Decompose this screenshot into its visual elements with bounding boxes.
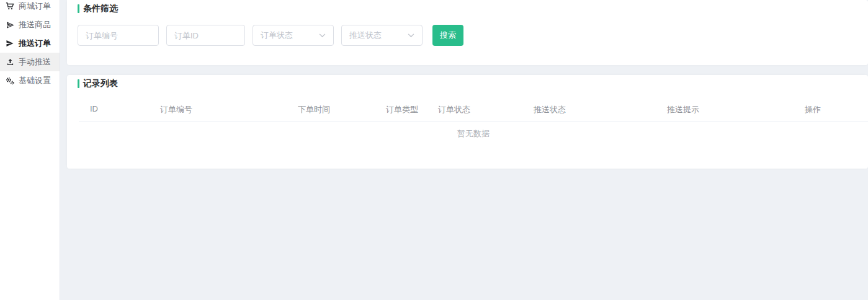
sidebar-item-label: 推送订单 (19, 38, 51, 49)
sidebar-item-label: 手动推送 (19, 56, 51, 68)
sidebar-item-basic-settings[interactable]: 基础设置 (0, 71, 60, 90)
order-number-input[interactable] (78, 25, 159, 46)
order-id-input[interactable] (166, 25, 245, 46)
column-header-id: ID (90, 104, 98, 113)
search-button[interactable]: 搜索 (432, 25, 463, 46)
sidebar-item-push-orders[interactable]: 推送订单 (0, 34, 60, 53)
filter-title-text: 条件筛选 (83, 3, 118, 14)
paper-plane-outline-icon (6, 20, 14, 29)
filter-card: 条件筛选 订单状态 推送状态 搜索 (67, 0, 868, 65)
filter-row: 订单状态 推送状态 搜索 (78, 25, 463, 46)
column-header-push-message: 推送提示 (667, 104, 699, 115)
title-accent-bar (78, 4, 79, 13)
order-status-select[interactable]: 订单状态 (253, 25, 334, 46)
table-header-row: ID 订单编号 下单时间 订单类型 订单状态 推送状态 推送提示 操作 (67, 104, 868, 117)
record-list-title: 记录列表 (67, 75, 868, 88)
main-content: 条件筛选 订单状态 推送状态 搜索 记录列表 (61, 0, 868, 300)
title-accent-bar (78, 79, 79, 88)
filter-card-title: 条件筛选 (67, 0, 868, 13)
push-status-select[interactable]: 推送状态 (341, 25, 423, 46)
sidebar-menu: 商城订单 推送商品 推送订单 (0, 0, 60, 90)
gears-icon (6, 76, 14, 85)
column-header-order-time: 下单时间 (298, 104, 330, 115)
column-header-actions: 操作 (805, 104, 821, 115)
sidebar-item-label: 商城订单 (19, 1, 51, 12)
record-list-title-text: 记录列表 (83, 78, 118, 89)
column-header-order-type: 订单类型 (386, 104, 418, 115)
empty-state-text: 暂无数据 (79, 128, 868, 139)
sidebar: 商城订单 推送商品 推送订单 (0, 0, 60, 300)
sidebar-item-manual-push[interactable]: 手动推送 (0, 53, 60, 71)
sidebar-item-label: 推送商品 (19, 19, 51, 30)
chevron-down-icon (408, 33, 414, 38)
push-status-placeholder: 推送状态 (349, 30, 382, 41)
sidebar-item-label: 基础设置 (19, 75, 51, 86)
chevron-down-icon (319, 33, 326, 38)
order-status-placeholder: 订单状态 (261, 30, 293, 41)
upload-icon (6, 58, 14, 66)
record-list-card: 记录列表 ID 订单编号 下单时间 订单类型 订单状态 推送状态 推送提示 操作… (67, 75, 868, 169)
paper-plane-icon (6, 39, 14, 48)
column-header-push-status: 推送状态 (534, 104, 566, 115)
column-header-order-number: 订单编号 (160, 104, 192, 115)
sidebar-item-mall-orders[interactable]: 商城订单 (0, 0, 60, 15)
column-header-order-status: 订单状态 (438, 104, 470, 115)
table-header-divider (79, 121, 868, 121)
sidebar-item-push-products[interactable]: 推送商品 (0, 15, 60, 34)
shopping-cart-icon (6, 2, 14, 11)
